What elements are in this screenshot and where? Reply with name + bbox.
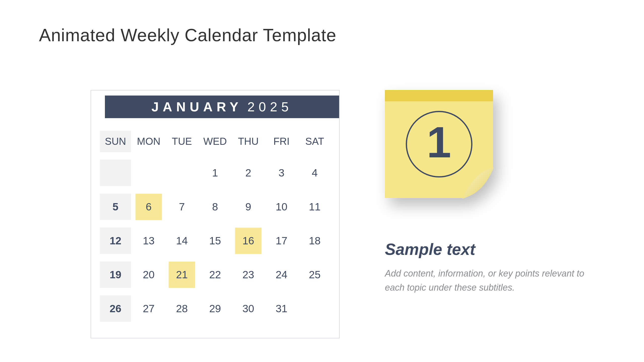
note-body: Add content, information, or key points … xyxy=(385,266,591,295)
calendar-header: JANUARY 2025 xyxy=(105,96,339,118)
day-cell xyxy=(166,160,197,186)
note-title: Sample text xyxy=(385,240,475,259)
day-cell: 12 xyxy=(100,228,131,254)
sticky-note-top-strip xyxy=(385,90,493,101)
day-number: 13 xyxy=(143,235,155,247)
day-cell: 19 xyxy=(100,261,131,288)
day-number: 21 xyxy=(176,269,188,281)
day-number: 23 xyxy=(243,269,254,281)
day-number: 3 xyxy=(278,167,284,179)
day-header: SUN xyxy=(100,131,131,152)
day-number: 5 xyxy=(112,201,118,213)
day-cell: 20 xyxy=(133,261,164,288)
day-number: 4 xyxy=(312,167,317,179)
day-number: 26 xyxy=(110,303,122,315)
sticky-note-curl-icon xyxy=(462,167,493,198)
day-cell: 5 xyxy=(100,194,131,220)
day-number: 19 xyxy=(110,269,122,281)
day-cell xyxy=(299,295,330,322)
day-cell: 21 xyxy=(166,261,197,288)
day-number: 14 xyxy=(176,235,188,247)
day-header: SAT xyxy=(299,131,330,152)
day-number: 12 xyxy=(110,235,122,247)
day-cell: 29 xyxy=(199,295,231,322)
day-header: THU xyxy=(233,131,264,152)
day-number: 15 xyxy=(209,235,221,247)
day-cell: 11 xyxy=(299,194,330,220)
calendar-grid: SUNMONTUEWEDTHUFRISAT1234567891011121314… xyxy=(100,131,330,322)
day-number: 17 xyxy=(276,235,288,247)
day-cell: 13 xyxy=(133,228,164,254)
day-number: 9 xyxy=(245,201,251,213)
day-cell: 10 xyxy=(266,194,297,220)
calendar-card: JANUARY 2025 SUNMONTUEWEDTHUFRISAT123456… xyxy=(91,90,340,338)
slide: Animated Weekly Calendar Template JANUAR… xyxy=(0,0,644,362)
day-cell: 31 xyxy=(266,295,297,322)
page-title: Animated Weekly Calendar Template xyxy=(39,25,336,45)
day-header: TUE xyxy=(166,131,197,152)
day-number: 11 xyxy=(309,201,321,213)
day-number: 22 xyxy=(209,269,221,281)
day-cell: 6 xyxy=(133,194,164,220)
day-number: 28 xyxy=(176,303,188,315)
day-cell: 17 xyxy=(266,228,297,254)
day-cell: 18 xyxy=(299,228,330,254)
day-number: 1 xyxy=(212,167,218,179)
day-cell: 22 xyxy=(199,261,231,288)
day-cell: 4 xyxy=(299,160,330,186)
sticky-note: 1 xyxy=(385,90,493,198)
day-number: 7 xyxy=(179,201,185,213)
day-number: 18 xyxy=(309,235,321,247)
day-cell: 16 xyxy=(233,228,264,254)
day-cell: 7 xyxy=(166,194,197,220)
day-cell: 26 xyxy=(100,295,131,322)
calendar-year: 2025 xyxy=(247,99,293,114)
day-cell: 28 xyxy=(166,295,197,322)
day-header: WED xyxy=(199,131,231,152)
day-number: 8 xyxy=(212,201,218,213)
day-cell: 15 xyxy=(199,228,231,254)
day-cell: 3 xyxy=(266,160,297,186)
day-cell: 25 xyxy=(299,261,330,288)
day-cell: 2 xyxy=(233,160,264,186)
day-number: 16 xyxy=(243,235,254,247)
day-number: 29 xyxy=(209,303,221,315)
day-cell xyxy=(133,160,164,186)
day-cell: 23 xyxy=(233,261,264,288)
day-number: 24 xyxy=(276,269,288,281)
day-number: 2 xyxy=(245,167,251,179)
day-number: 25 xyxy=(309,269,321,281)
calendar-month: JANUARY xyxy=(151,99,242,114)
day-number: 6 xyxy=(146,201,151,213)
day-number: 10 xyxy=(276,201,288,213)
day-number: 31 xyxy=(276,303,288,315)
day-number: 27 xyxy=(143,303,155,315)
day-cell: 8 xyxy=(199,194,231,220)
day-cell: 14 xyxy=(166,228,197,254)
sticky-note-number: 1 xyxy=(427,120,451,164)
day-header: MON xyxy=(133,131,164,152)
day-cell: 30 xyxy=(233,295,264,322)
day-header: FRI xyxy=(266,131,297,152)
day-cell: 9 xyxy=(233,194,264,220)
day-cell xyxy=(100,160,131,186)
day-number: 30 xyxy=(243,303,254,315)
day-number: 20 xyxy=(143,269,155,281)
day-cell: 27 xyxy=(133,295,164,322)
day-cell: 1 xyxy=(199,160,231,186)
day-cell: 24 xyxy=(266,261,297,288)
